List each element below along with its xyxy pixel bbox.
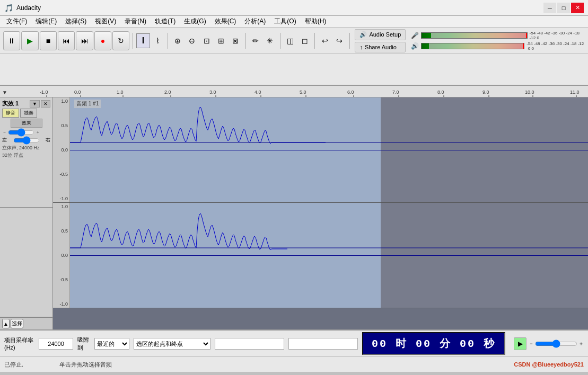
speaker-icon: 🔊 <box>359 31 367 38</box>
menu-help[interactable]: 帮助(H) <box>301 16 331 27</box>
trim-audio-tool[interactable]: ◫ <box>284 33 297 48</box>
record-button[interactable]: ● <box>94 31 111 50</box>
select-all-btn[interactable]: 选择 <box>11 319 23 328</box>
minimize-button[interactable]: ─ <box>543 3 556 13</box>
separator4 <box>280 33 280 49</box>
pan-right-label: 右 <box>46 137 50 144</box>
vu-scale-play: -54 -48 -42 -36 -30 -24 -18 -12 -6 0 <box>526 41 585 51</box>
mini-play-button[interactable]: ▶ <box>514 337 526 350</box>
time-end-input[interactable]: 00 时 00 分 00.000 秒 <box>288 338 358 350</box>
svg-text:9.0: 9.0 <box>482 90 489 95</box>
title-text: Audacity <box>16 4 41 12</box>
y-axis-1: 1.0 0.5 0.0 -0.5 -1.0 <box>53 97 70 202</box>
play-button[interactable]: ▶ <box>21 31 38 50</box>
stop-button[interactable]: ■ <box>40 31 57 50</box>
separator2 <box>168 33 168 49</box>
menu-file[interactable]: 文件(F) <box>2 16 31 27</box>
waveform1-wrapper: 音频 1 #1 <box>70 97 588 202</box>
track2-info <box>0 208 52 318</box>
time-display: 00 时 00 分 00 秒 <box>362 332 505 355</box>
effect-button[interactable]: 效果 <box>11 119 42 128</box>
toolbar: ⏸ ▶ ■ ⏮ ⏭ ● ↻ I ⌇ ⊕ ⊖ ⊡ ⊞ ⊠ ✏ ✳ ◫ ◻ ↩ ↪ … <box>0 28 588 86</box>
left-track-info: 实效 1 ▼ ✕ 静音 独奏 效果 － ＋ 左 右 <box>0 97 53 329</box>
track-collapse-btn[interactable]: ▼ <box>30 100 40 108</box>
zoom-sel-tool[interactable]: ⊡ <box>200 33 213 48</box>
share-icon: ↑ <box>359 44 363 50</box>
mini-transport: ▶ － ＋ <box>514 337 584 350</box>
audio-setup-button[interactable]: 🔊 Audio Setup <box>355 29 406 40</box>
snap-label: 吸附到 <box>77 336 90 352</box>
app-icon: 🎵 <box>4 4 13 12</box>
silence-tool[interactable]: ◻ <box>298 33 311 48</box>
loop-button[interactable]: ↻ <box>112 31 129 50</box>
svg-text:5.0: 5.0 <box>300 90 306 95</box>
menu-analyze[interactable]: 分析(A) <box>240 16 270 27</box>
svg-text:3.0: 3.0 <box>209 90 216 95</box>
track-info-text: 立体声, 24000 Hz 32位 浮点 <box>2 145 50 159</box>
svg-text:10.0: 10.0 <box>525 90 534 95</box>
waveform-track2[interactable]: 1.0 0.5 0.0 -0.5 -1.0 <box>53 203 588 308</box>
track-name: 实效 1 <box>2 100 19 108</box>
select-area: ▲ 选择 <box>0 317 52 329</box>
zoom-def-tool[interactable]: ⊠ <box>229 33 242 48</box>
share-audio-button[interactable]: ↑ Share Audio <box>355 42 406 52</box>
multi-tool[interactable]: ✳ <box>264 33 277 48</box>
zoom-in-tool[interactable]: ⊕ <box>171 33 185 48</box>
track-mute-solo: 静音 独奏 <box>2 109 50 118</box>
svg-text:4.0: 4.0 <box>254 90 261 95</box>
region-select[interactable]: 选区的起点和终点 <box>134 338 210 350</box>
svg-text:6.0: 6.0 <box>347 90 354 95</box>
pan-left-label: 左 <box>2 137 7 144</box>
svg-text:11.0: 11.0 <box>570 90 580 95</box>
titlebar: 🎵 Audacity ─ □ ✕ <box>0 0 588 16</box>
win-controls: ─ □ ✕ <box>543 3 584 13</box>
waveform-track1[interactable]: 1.0 0.5 0.0 -0.5 -1.0 音频 1 #1 <box>53 97 588 203</box>
mute-button[interactable]: 静音 <box>2 109 19 118</box>
share-audio-label: Share Audio <box>365 44 397 50</box>
sample-rate-label: 项目采样率 (Hz) <box>4 336 34 351</box>
draw-tool[interactable]: ✏ <box>249 33 262 48</box>
solo-button[interactable]: 独奏 <box>20 109 37 118</box>
menu-select[interactable]: 选择(S) <box>61 16 91 27</box>
sample-rate-input[interactable] <box>39 338 73 350</box>
menu-view[interactable]: 视图(V) <box>91 16 120 27</box>
maximize-button[interactable]: □ <box>557 3 570 13</box>
zoom-fit-tool[interactable]: ⊞ <box>214 33 227 48</box>
pause-button[interactable]: ⏸ <box>3 31 20 50</box>
main-area: 实效 1 ▼ ✕ 静音 独奏 效果 － ＋ 左 右 <box>0 97 588 329</box>
prev-button[interactable]: ⏮ <box>58 31 75 50</box>
play-meter-row: 🔊 -54 -48 -42 -36 -30 -24 -18 -12 -6 0 <box>411 41 585 51</box>
help-text: 单击并拖动选择音频 <box>59 361 112 369</box>
select-tool[interactable]: I <box>136 33 150 48</box>
waveform1-svg <box>70 97 588 202</box>
track-x-btn[interactable]: ✕ <box>41 100 50 108</box>
menubar: 文件(F) 编辑(E) 选择(S) 视图(V) 录音(N) 轨道(T) 生成(G… <box>0 16 588 28</box>
menu-record[interactable]: 录音(N) <box>120 16 151 27</box>
pan-slider[interactable] <box>13 138 40 143</box>
undo-button[interactable]: ↩ <box>318 33 331 48</box>
time-start-input[interactable]: 00 时 00 分 00.000 秒 <box>215 338 284 350</box>
menu-edit[interactable]: 编辑(E) <box>31 16 61 27</box>
separator6 <box>349 33 350 49</box>
collapse-all-btn[interactable]: ▲ <box>2 319 10 328</box>
zoom-out-tool[interactable]: ⊖ <box>186 33 199 48</box>
gain-slider[interactable] <box>8 130 34 135</box>
redo-button[interactable]: ↪ <box>332 33 346 48</box>
vu-scale-rec: -54 -48 -42 -36 -30 -24 -18 -12 0 <box>530 31 585 40</box>
menu-effect[interactable]: 效果(C) <box>210 16 241 27</box>
separator5 <box>314 33 315 49</box>
next-button[interactable]: ⏭ <box>76 31 93 50</box>
vu-meters: 🎤 -54 -48 -42 -36 -30 -24 -18 -12 0 🔊 -5… <box>411 31 585 51</box>
volume-slider[interactable] <box>535 340 577 348</box>
watermark: CSDN @Blueeyedboy521 <box>514 361 584 368</box>
svg-text:2.0: 2.0 <box>164 90 171 95</box>
envelope-tool[interactable]: ⌇ <box>151 33 164 48</box>
play-icon: 🔊 <box>411 42 419 50</box>
track-name-row: 实效 1 ▼ ✕ <box>2 100 50 108</box>
menu-tools[interactable]: 工具(O) <box>270 16 300 27</box>
statusbar: 项目采样率 (Hz) 吸附到 最近的 最近精确 选区的起点和终点 00 时 00… <box>0 329 588 372</box>
menu-generate[interactable]: 生成(G) <box>180 16 210 27</box>
snap-select[interactable]: 最近的 最近精确 <box>94 338 129 350</box>
close-button[interactable]: ✕ <box>571 3 584 13</box>
menu-track[interactable]: 轨道(T) <box>151 16 180 27</box>
